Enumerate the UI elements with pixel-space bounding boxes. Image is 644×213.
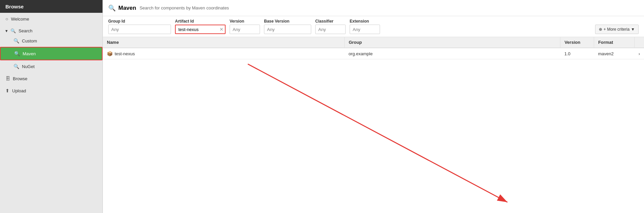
artifact-id-field: Artifact Id ✕ [175,19,226,34]
artifact-id-wrapper: ✕ [175,25,226,34]
sidebar-item-custom[interactable]: 🔍 Custom [0,35,103,47]
sidebar-maven-label: Maven [23,51,36,56]
search-icon2: 🔍 [10,28,16,33]
sidebar-item-browse[interactable]: 🗄 Browse [0,72,103,85]
version-field: Version [230,19,260,34]
version-label: Version [230,19,260,24]
artifact-id-label: Artifact Id [175,19,226,24]
col-format: Format [594,37,635,48]
group-id-field: Group Id [108,19,171,34]
sidebar-item-maven[interactable]: 🔍 Maven [0,47,103,60]
more-criteria-button[interactable]: ⊕ + More criteria ▼ [595,25,639,34]
sidebar-header: Browse [0,0,103,13]
classifier-label: Classifier [315,19,346,24]
search-icon: ▾ [5,28,8,33]
sidebar: Browse ○ Welcome ▾ 🔍 Search 🔍 Custom 🔍 M… [0,0,103,213]
sidebar-title: Browse [5,4,24,9]
maven-title: Maven [118,5,136,11]
sidebar-search-label: Search [19,28,32,33]
circle-icon: ○ [5,16,8,22]
sidebar-item-nuget[interactable]: 🔍 NuGet [0,60,103,72]
sidebar-item-upload[interactable]: ⬆ Upload [0,85,103,97]
nuget-search-icon: 🔍 [13,64,19,69]
chevron-down-icon: ▼ [631,27,635,32]
version-input[interactable] [230,25,260,34]
artifact-id-input[interactable] [175,25,226,34]
package-icon: 📦 [107,51,113,56]
more-criteria-label: + More criteria [604,27,630,32]
base-version-input[interactable] [264,25,311,34]
results-table: Name Group Version Format 📦 test-nexus o [103,37,644,59]
sidebar-custom-label: Custom [22,38,37,43]
group-id-input[interactable] [108,25,171,34]
table-header: Name Group Version Format [103,37,644,48]
col-version: Version [560,37,594,48]
group-id-label: Group Id [108,19,171,24]
base-version-field: Base Version [264,19,311,34]
sidebar-nuget-label: NuGet [22,64,35,69]
row-expand-icon: › [635,48,644,59]
main-search-icon: 🔍 [108,4,116,12]
plus-icon: ⊕ [599,27,602,32]
sidebar-item-label: Welcome [11,17,29,22]
upload-icon: ⬆ [5,88,9,93]
sidebar-upload-label: Upload [12,88,26,93]
search-description: Search for components by Maven coordinat… [140,5,229,10]
row-format-cell: maven2 [594,48,635,59]
base-version-label: Base Version [264,19,311,24]
table-body: 📦 test-nexus org.example 1.0 maven2 › [103,48,644,59]
extension-label: Extension [350,19,380,24]
main-content: 🔍 Maven Search for components by Maven c… [103,0,644,213]
sidebar-browse-label: Browse [13,76,27,81]
row-name-cell: 📦 test-nexus [103,48,345,59]
sidebar-item-search[interactable]: ▾ 🔍 Search [0,25,103,35]
database-icon: 🗄 [5,76,10,81]
custom-search-icon: 🔍 [13,38,19,43]
col-expand [635,37,644,48]
svg-line-0 [248,64,507,202]
search-bar: 🔍 Maven Search for components by Maven c… [103,0,644,16]
extension-field: Extension [350,19,380,34]
table-row[interactable]: 📦 test-nexus org.example 1.0 maven2 › [103,48,644,59]
row-group-cell: org.example [345,48,560,59]
classifier-input[interactable] [315,25,346,34]
criteria-row: Group Id Artifact Id ✕ Version Base Vers… [103,16,644,37]
extension-input[interactable] [350,25,380,34]
col-group: Group [345,37,560,48]
sidebar-item-welcome[interactable]: ○ Welcome [0,13,103,25]
results-table-container: Name Group Version Format 📦 test-nexus o [103,37,644,213]
artifact-id-clear-button[interactable]: ✕ [219,27,224,32]
maven-search-icon: 🔍 [14,51,20,56]
arrow-annotation [103,37,644,213]
row-version-cell: 1.0 [560,48,594,59]
col-name: Name [103,37,345,48]
classifier-field: Classifier [315,19,346,34]
row-name: test-nexus [115,51,135,56]
